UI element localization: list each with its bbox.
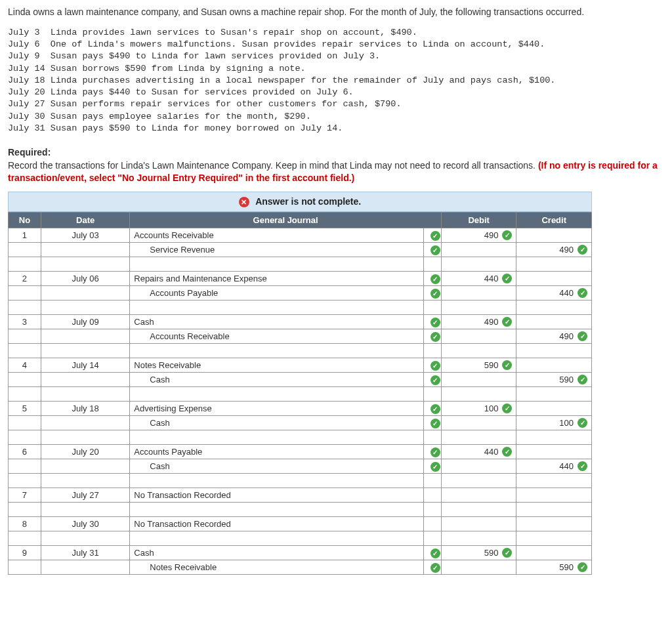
cell-credit[interactable]: 440✓ <box>516 459 592 474</box>
banner-text: Answer is not complete. <box>255 196 361 207</box>
cell-account[interactable]: Accounts Receivable <box>130 228 424 243</box>
header-debit: Debit <box>441 213 516 228</box>
cell-account[interactable]: Accounts Payable <box>130 286 424 301</box>
cell-date[interactable]: July 27 <box>41 488 129 503</box>
cell-debit[interactable]: 440✓ <box>441 272 516 286</box>
cell-account[interactable]: Cash <box>130 373 424 387</box>
cell-account[interactable]: Advertising Expense <box>130 402 424 416</box>
cell-debit[interactable] <box>441 373 516 387</box>
cell-debit[interactable] <box>441 329 516 344</box>
cell-debit[interactable]: 490✓ <box>441 228 516 243</box>
cell-debit[interactable] <box>441 459 516 474</box>
cell-no: 3 <box>9 315 41 329</box>
error-icon: ✕ <box>239 197 249 207</box>
cell-account-check: ✓ <box>423 546 441 560</box>
cell-debit[interactable]: 100✓ <box>441 402 516 416</box>
cell-debit[interactable]: 590✓ <box>441 546 516 560</box>
transaction-list: July 3 Linda provides lawn services to S… <box>8 27 664 135</box>
check-icon: ✓ <box>502 230 512 240</box>
cell-credit[interactable]: 440✓ <box>516 286 592 301</box>
cell-account[interactable]: Cash <box>130 315 424 329</box>
cell-account[interactable]: Cash <box>130 546 424 560</box>
cell-date[interactable]: July 03 <box>41 228 129 243</box>
cell-date[interactable]: July 30 <box>41 517 129 531</box>
cell-credit[interactable] <box>516 358 592 373</box>
cell-date[interactable]: July 18 <box>41 402 129 416</box>
cell-date[interactable] <box>41 416 129 430</box>
cell-credit[interactable]: 100✓ <box>516 416 592 430</box>
table-row: Accounts Payable✓440✓ <box>9 286 592 301</box>
cell-credit[interactable] <box>516 445 592 459</box>
cell-debit[interactable]: 440✓ <box>441 445 516 459</box>
table-row: Service Revenue✓490✓ <box>9 243 592 257</box>
cell-account[interactable]: Notes Receivable <box>130 560 424 575</box>
cell-debit[interactable]: 490✓ <box>441 315 516 329</box>
cell-account[interactable]: Notes Receivable <box>130 358 424 373</box>
cell-date[interactable]: July 14 <box>41 358 129 373</box>
check-icon: ✓ <box>430 231 440 241</box>
cell-credit[interactable] <box>516 315 592 329</box>
check-icon: ✓ <box>502 360 512 370</box>
cell-credit[interactable] <box>516 488 592 503</box>
cell-account-check: ✓ <box>423 228 441 243</box>
cell-account[interactable]: Accounts Payable <box>130 445 424 459</box>
cell-credit[interactable]: 590✓ <box>516 560 592 575</box>
cell-date[interactable]: July 06 <box>41 272 129 286</box>
cell-credit[interactable] <box>516 517 592 531</box>
table-row: 4July 14Notes Receivable✓590✓ <box>9 358 592 373</box>
check-icon: ✓ <box>430 274 440 284</box>
cell-no: 9 <box>9 546 41 560</box>
cell-credit[interactable] <box>516 546 592 560</box>
cell-account[interactable]: Cash <box>130 459 424 474</box>
cell-debit[interactable] <box>441 517 516 531</box>
cell-debit[interactable]: 590✓ <box>441 358 516 373</box>
cell-debit[interactable] <box>441 416 516 430</box>
cell-debit[interactable] <box>441 243 516 257</box>
cell-date[interactable] <box>41 373 129 387</box>
check-icon: ✓ <box>430 447 440 457</box>
required-label: Required: <box>8 147 51 157</box>
table-row: 6July 20Accounts Payable✓440✓ <box>9 445 592 459</box>
cell-account[interactable]: No Transaction Recorded <box>130 517 424 531</box>
cell-credit[interactable] <box>516 228 592 243</box>
cell-debit[interactable] <box>441 286 516 301</box>
cell-account[interactable]: Repairs and Maintenance Expense <box>130 272 424 286</box>
check-icon: ✓ <box>430 361 440 371</box>
table-row: Cash✓590✓ <box>9 373 592 387</box>
spacer-row <box>9 503 592 517</box>
cell-credit[interactable]: 490✓ <box>516 243 592 257</box>
check-icon: ✓ <box>430 289 440 299</box>
spacer-row <box>9 387 592 402</box>
cell-date[interactable] <box>41 329 129 344</box>
cell-no: 2 <box>9 272 41 286</box>
cell-date[interactable] <box>41 243 129 257</box>
cell-date[interactable]: July 20 <box>41 445 129 459</box>
cell-date[interactable] <box>41 560 129 575</box>
cell-date[interactable] <box>41 459 129 474</box>
cell-credit[interactable] <box>516 402 592 416</box>
cell-date[interactable]: July 09 <box>41 315 129 329</box>
cell-no <box>9 373 41 387</box>
cell-credit[interactable]: 590✓ <box>516 373 592 387</box>
spacer-row <box>9 531 592 546</box>
cell-account[interactable]: Service Revenue <box>130 243 424 257</box>
cell-debit[interactable] <box>441 560 516 575</box>
cell-date[interactable] <box>41 286 129 301</box>
check-icon: ✓ <box>430 245 440 255</box>
cell-account[interactable]: Accounts Receivable <box>130 329 424 344</box>
check-icon: ✓ <box>578 375 587 384</box>
cell-account[interactable]: No Transaction Recorded <box>130 488 424 503</box>
cell-debit[interactable] <box>441 488 516 503</box>
spacer-row <box>9 301 592 315</box>
header-credit: Credit <box>516 213 592 228</box>
table-row: 7July 27No Transaction Recorded <box>9 488 592 503</box>
check-icon: ✓ <box>578 288 587 298</box>
cell-account-check: ✓ <box>423 459 441 474</box>
cell-account-check: ✓ <box>423 560 441 575</box>
cell-credit[interactable]: 490✓ <box>516 329 592 344</box>
cell-date[interactable]: July 31 <box>41 546 129 560</box>
cell-account[interactable]: Cash <box>130 416 424 430</box>
table-row: Notes Receivable✓590✓ <box>9 560 592 575</box>
cell-no <box>9 243 41 257</box>
cell-credit[interactable] <box>516 272 592 286</box>
